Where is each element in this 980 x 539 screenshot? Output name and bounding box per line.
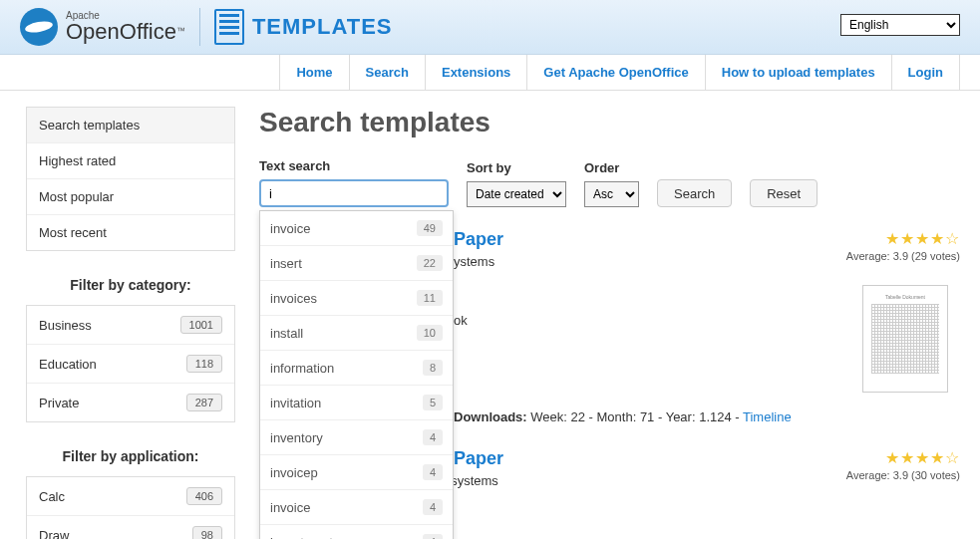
autocomplete-count: 4: [423, 499, 443, 515]
autocomplete-count: 4: [423, 534, 443, 539]
nav-howto-upload[interactable]: How to upload templates: [705, 55, 891, 90]
category-private[interactable]: Private 287: [27, 384, 234, 421]
autocomplete-count: 5: [423, 395, 443, 410]
autocomplete-item[interactable]: invoicep4: [260, 455, 453, 490]
sidebar-tab-recent[interactable]: Most recent: [27, 215, 234, 250]
rating-box: ★★★★☆ Average: 3.9 (29 votes): [846, 229, 960, 262]
sidebar-tab-highest[interactable]: Highest rated: [27, 143, 234, 179]
page-title: Search templates: [259, 107, 960, 138]
autocomplete-count: 8: [423, 360, 443, 376]
brand-big: OpenOffice: [66, 19, 176, 44]
language-select[interactable]: English: [840, 14, 960, 36]
autocomplete-term: investment: [270, 535, 333, 540]
content: Search templates Text search Sort by Dat…: [259, 107, 960, 539]
rating-box: ★★★★☆ Average: 3.9 (30 votes): [846, 448, 960, 481]
autocomplete-item[interactable]: install10: [260, 316, 453, 351]
filter-category-title: Filter by category:: [26, 277, 235, 293]
autocomplete-item[interactable]: invoice49: [260, 211, 453, 246]
nav-get-openoffice[interactable]: Get Apache OpenOffice: [526, 55, 704, 90]
order-label: Order: [584, 160, 639, 175]
rating-text: Average: 3.9 (30 votes): [846, 469, 960, 481]
nav-login[interactable]: Login: [891, 55, 960, 90]
autocomplete-count: 11: [417, 290, 443, 306]
timeline-link[interactable]: Timeline: [743, 409, 792, 424]
sidebar-tab-popular[interactable]: Most popular: [27, 179, 234, 215]
sort-label: Sort by: [467, 160, 566, 175]
count-badge: 1001: [180, 316, 222, 334]
autocomplete-count: 4: [423, 464, 443, 480]
templates-logo[interactable]: TEMPLATES: [214, 9, 393, 45]
header: Apache OpenOffice™ TEMPLATES English: [0, 0, 980, 55]
autocomplete-term: information: [270, 361, 334, 376]
autocomplete-term: invoice: [270, 500, 310, 515]
header-divider: [199, 8, 200, 46]
search-button[interactable]: Search: [657, 179, 732, 207]
count-badge: 287: [186, 394, 222, 411]
count-badge: 406: [186, 487, 222, 505]
openoffice-icon: [20, 8, 58, 46]
autocomplete-item[interactable]: invitation5: [260, 386, 453, 420]
autocomplete-count: 22: [417, 255, 443, 271]
category-education[interactable]: Education 118: [27, 345, 234, 384]
nav-extensions[interactable]: Extensions: [425, 55, 526, 90]
category-list: Business 1001 Education 118 Private 287: [26, 305, 235, 422]
autocomplete-term: invoices: [270, 291, 317, 306]
navbar: Home Search Extensions Get Apache OpenOf…: [0, 55, 980, 91]
autocomplete-term: invoice: [270, 221, 310, 236]
sidebar: Search templates Highest rated Most popu…: [26, 107, 235, 539]
count-badge: 98: [192, 526, 222, 539]
star-rating[interactable]: ★★★★☆: [846, 229, 960, 248]
count-badge: 118: [186, 355, 222, 373]
order-select[interactable]: Asc: [584, 181, 639, 207]
app-draw[interactable]: Draw 98: [27, 516, 234, 539]
autocomplete-item[interactable]: invoices11: [260, 281, 453, 316]
application-list: Calc 406 Draw 98: [26, 476, 235, 539]
autocomplete-item[interactable]: investment4: [260, 525, 453, 539]
reset-button[interactable]: Reset: [750, 179, 817, 207]
star-rating[interactable]: ★★★★☆: [846, 448, 960, 467]
autocomplete-item[interactable]: inventory4: [260, 420, 453, 455]
templates-label: TEMPLATES: [252, 14, 393, 40]
nav-search[interactable]: Search: [349, 55, 425, 90]
result-thumbnail[interactable]: Tabelle Dokument: [862, 285, 948, 393]
autocomplete-count: 10: [417, 325, 443, 341]
search-form: Text search Sort by Date created Order A…: [259, 158, 960, 207]
document-icon: [214, 9, 244, 45]
sort-select[interactable]: Date created: [467, 181, 566, 207]
sidebar-tab-search[interactable]: Search templates: [27, 108, 234, 143]
category-business[interactable]: Business 1001: [27, 306, 234, 345]
sidebar-tabs: Search templates Highest rated Most popu…: [26, 107, 235, 251]
text-search-input[interactable]: [259, 179, 449, 207]
autocomplete-term: insert: [270, 256, 302, 271]
autocomplete-term: invoicep: [270, 465, 318, 480]
autocomplete-term: inventory: [270, 430, 323, 445]
grid-icon: [871, 304, 939, 374]
openoffice-logo[interactable]: Apache OpenOffice™: [20, 8, 185, 46]
rating-text: Average: 3.9 (29 votes): [846, 250, 960, 262]
autocomplete-dropdown: invoice49insert22invoices11install10info…: [259, 210, 454, 539]
autocomplete-term: invitation: [270, 396, 321, 410]
nav-home[interactable]: Home: [279, 55, 348, 90]
autocomplete-item[interactable]: insert22: [260, 246, 453, 281]
text-search-label: Text search: [259, 158, 449, 173]
filter-app-title: Filter by application:: [26, 448, 235, 464]
autocomplete-item[interactable]: invoice4: [260, 490, 453, 525]
autocomplete-term: install: [270, 326, 303, 341]
autocomplete-count: 49: [417, 220, 443, 236]
autocomplete-item[interactable]: information8: [260, 351, 453, 386]
app-calc[interactable]: Calc 406: [27, 477, 234, 516]
autocomplete-count: 4: [423, 429, 443, 445]
result-downloads: Downloads: Week: 22 - Month: 71 - Year: …: [454, 409, 960, 424]
